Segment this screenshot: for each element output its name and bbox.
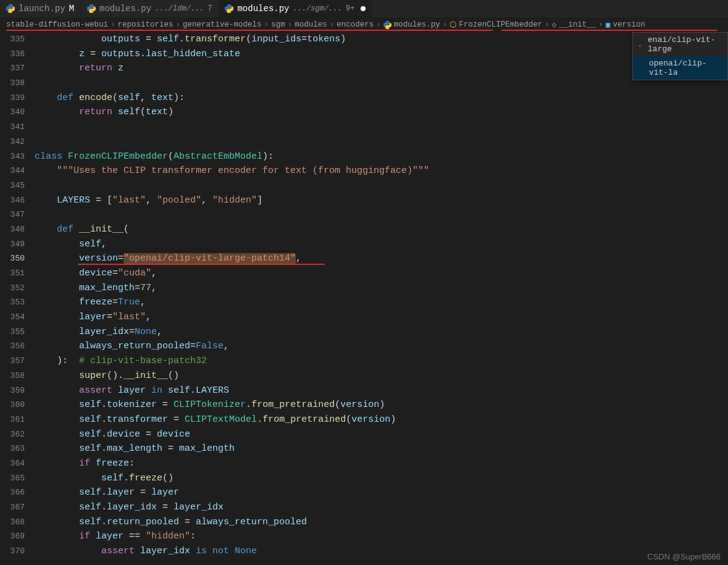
bc-root[interactable]: stable-diffusion-webui [6, 20, 108, 29]
tab-modifier: M [69, 4, 74, 14]
python-icon [87, 4, 96, 13]
bc-var[interactable]: ▣ version [606, 20, 645, 30]
chevron-icon: › [443, 20, 448, 29]
bc-class[interactable]: ⬡ FrozenCLIPEmbedder [450, 20, 542, 30]
dropdown-item-selected[interactable]: openai/clip-vit-la [633, 56, 727, 80]
bc-sgm[interactable]: sgm [271, 20, 285, 29]
line-gutter: 3353363373383393403413423433443453463473… [0, 32, 35, 565]
tab-modules-sgm[interactable]: modules.py .../sgm/... 9+ [219, 0, 372, 17]
tab-label: modules.py [99, 4, 151, 14]
tab-path: .../sgm/... [293, 4, 341, 13]
chevron-icon: › [111, 20, 115, 29]
tab-modules-ldm[interactable]: modules.py .../ldm/... 7 [81, 0, 219, 17]
chevron-icon: › [176, 20, 181, 29]
chevron-icon: › [376, 20, 381, 29]
dirty-indicator [361, 6, 366, 11]
python-icon [6, 4, 15, 13]
bc-encoders[interactable]: encoders [337, 20, 374, 29]
breadcrumb-dropdown: ⌄ enai/clip-vit-large openai/clip-vit-la [632, 32, 728, 80]
tab-launch[interactable]: launch.py M [0, 0, 81, 17]
chevron-icon: › [545, 20, 550, 29]
tab-path: .../ldm/... [155, 4, 204, 13]
chevron-icon: › [288, 20, 293, 29]
tab-bar: launch.py M modules.py .../ldm/... 7 mod… [0, 0, 728, 17]
chevron-icon: › [598, 20, 603, 29]
python-icon [225, 4, 233, 13]
breadcrumb: stable-diffusion-webui › repositories › … [0, 17, 728, 32]
chevron-down-icon: ⌄ [638, 41, 642, 48]
python-icon [383, 21, 391, 29]
tab-modifier: 7 [207, 4, 212, 13]
chevron-icon: › [264, 20, 269, 29]
bc-repos[interactable]: repositories [118, 20, 174, 29]
tab-label: modules.py [237, 4, 289, 14]
chevron-icon: › [330, 20, 335, 29]
code-editor[interactable]: 3353363373383393403413423433443453463473… [0, 32, 728, 565]
code-area[interactable]: outputs = self.transformer(input_ids=tok… [35, 32, 728, 565]
bc-modules[interactable]: modules [295, 20, 327, 29]
tab-modifier: 9+ [346, 4, 354, 13]
bc-file[interactable]: modules.py [383, 20, 440, 29]
bc-gen[interactable]: generative-models [183, 20, 262, 29]
bc-method[interactable]: ◇ __init__ [552, 20, 596, 30]
tab-label: launch.py [19, 4, 65, 14]
dropdown-item[interactable]: ⌄ enai/clip-vit-large [633, 33, 727, 56]
watermark: CSDN @SuperB666 [647, 552, 721, 561]
